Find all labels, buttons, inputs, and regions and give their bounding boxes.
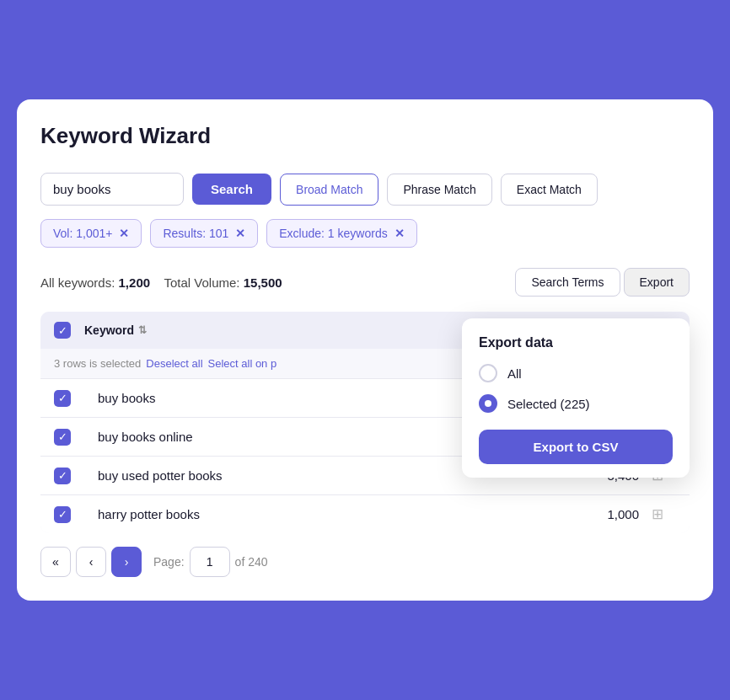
results-filter-chip: Results: 101 ✕ (150, 219, 258, 248)
row4-keyword: harry potter books (84, 507, 546, 521)
vol-filter-close[interactable]: ✕ (119, 227, 129, 239)
row4-icon[interactable]: ⊞ (639, 505, 676, 523)
page-of: of 240 (235, 555, 268, 569)
stats-actions-row: All keywords: 1,200 Total Volume: 15,500… (40, 268, 690, 297)
row4-grid-icon: ⊞ (652, 506, 663, 522)
row3-checkbox-col: ✓ (54, 468, 84, 484)
stats-text: All keywords: 1,200 Total Volume: 15,500 (40, 275, 515, 290)
header-checkbox[interactable]: ✓ (54, 322, 71, 339)
row4-checkbox-col: ✓ (54, 506, 84, 523)
search-terms-button[interactable]: Search Terms (515, 268, 620, 297)
action-buttons: Search Terms Export Export data All Sele… (515, 268, 690, 297)
broad-match-button[interactable]: Broad Match (280, 174, 378, 206)
search-button[interactable]: Search (192, 174, 271, 205)
deselect-all-link[interactable]: Deselect all (146, 357, 202, 370)
row4-volume: 1,000 (546, 507, 639, 521)
export-button[interactable]: Export (624, 268, 690, 297)
page-input[interactable] (190, 547, 230, 577)
export-option-selected[interactable]: Selected (225) (479, 394, 673, 413)
row4-checkbox[interactable]: ✓ (54, 506, 71, 523)
page-label: Page: (153, 555, 185, 569)
row2-checkbox-col: ✓ (54, 429, 84, 446)
exact-match-button[interactable]: Exact Match (501, 174, 598, 206)
row1-checkbox-col: ✓ (54, 390, 84, 407)
volume-value: 15,500 (244, 275, 282, 290)
row3-checkbox[interactable]: ✓ (54, 468, 71, 484)
selection-count: 3 rows is selected (54, 357, 141, 370)
table-row: ✓ harry potter books 1,000 ⊞ (40, 494, 690, 533)
exclude-filter-label: Exclude: 1 keywords (279, 227, 387, 240)
export-csv-button[interactable]: Export to CSV (479, 430, 673, 464)
export-dropdown-title: Export data (479, 335, 673, 350)
search-input[interactable] (40, 173, 184, 206)
prev-page-button[interactable]: ‹ (76, 547, 106, 577)
next-page-button[interactable]: › (111, 547, 142, 577)
header-checkbox-col: ✓ (54, 322, 84, 339)
keywords-value: 1,200 (119, 275, 151, 290)
radio-selected[interactable] (479, 394, 497, 413)
first-page-button[interactable]: « (40, 547, 71, 577)
exclude-filter-close[interactable]: ✕ (395, 227, 405, 239)
pagination: « ‹ › Page: of 240 (40, 533, 690, 580)
export-option-all[interactable]: All (479, 364, 673, 382)
keyword-header-label: Keyword (84, 323, 134, 337)
row1-checkbox[interactable]: ✓ (54, 390, 71, 407)
sort-icon[interactable]: ⇅ (138, 324, 147, 336)
row2-checkbox[interactable]: ✓ (54, 429, 71, 446)
phrase-match-button[interactable]: Phrase Match (387, 174, 491, 206)
exclude-filter-chip: Exclude: 1 keywords ✕ (266, 219, 416, 248)
search-row: Search Broad Match Phrase Match Exact Ma… (40, 173, 690, 206)
filter-row: Vol: 1,001+ ✕ Results: 101 ✕ Exclude: 1 … (40, 219, 690, 248)
page-title: Keyword Wizard (40, 123, 690, 149)
radio-all-label: All (507, 366, 522, 381)
vol-filter-chip: Vol: 1,001+ ✕ (40, 219, 142, 248)
select-all-link[interactable]: Select all on p (208, 357, 277, 370)
vol-filter-label: Vol: 1,001+ (53, 227, 112, 240)
keywords-label: All keywords: (40, 275, 115, 290)
main-card: Keyword Wizard Search Broad Match Phrase… (17, 99, 713, 601)
results-filter-label: Results: 101 (163, 227, 228, 240)
export-dropdown: Export data All Selected (225) Export to… (462, 318, 690, 478)
radio-all[interactable] (479, 364, 497, 382)
radio-selected-label: Selected (225) (507, 397, 590, 411)
volume-label: Total Volume: (164, 275, 239, 290)
results-filter-close[interactable]: ✕ (235, 227, 245, 239)
